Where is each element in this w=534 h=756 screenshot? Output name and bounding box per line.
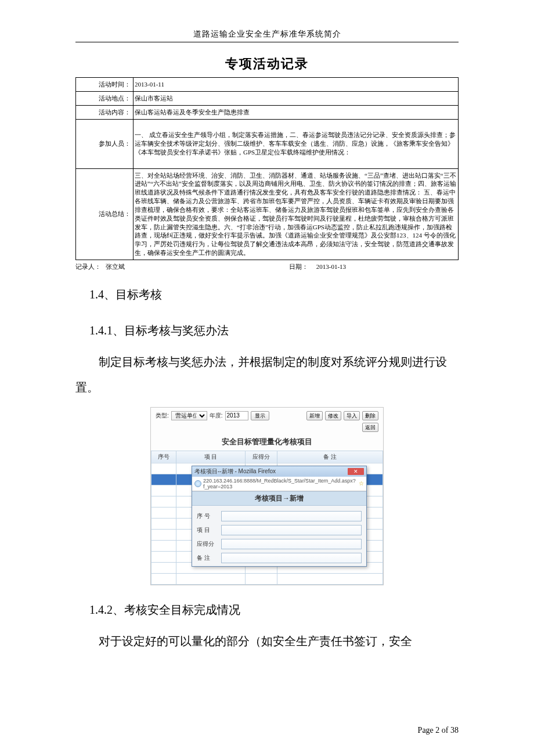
heading-1-4-2: 1.4.2、考核安全目标完成情况 <box>89 597 459 622</box>
dialog-form: 序 号 项 目 应得分 备 注 <box>192 506 366 566</box>
table-row[interactable] <box>151 573 383 584</box>
delete-button[interactable]: 删除 <box>362 411 378 420</box>
row-content-value: 保山客运站春运及冬季安全生产隐患排查 <box>134 105 459 119</box>
recorder-label: 记录人： <box>75 263 101 270</box>
row-summary-value: 三、对全站站场经营环境、治安、消防、卫生、消防器材、通道、站场服务设施、“三品”… <box>134 168 459 260</box>
assessment-ui-screenshot: 类型: 营运单位 年度: 显示 新增 修改 导入 删除 返回 安全目标管理量化考… <box>150 407 384 585</box>
heading-1-4: 1.4、目标考核 <box>89 282 459 307</box>
globe-icon <box>194 480 201 487</box>
heading-1-4-1: 1.4.1、目标考核与奖惩办法 <box>89 318 459 343</box>
field-no-label: 序 号 <box>197 512 221 520</box>
field-item-input[interactable] <box>221 525 362 535</box>
type-select[interactable]: 营运单位 <box>171 411 207 420</box>
col-score: 应得分 <box>246 451 277 463</box>
edit-button[interactable]: 修改 <box>325 411 341 420</box>
year-input[interactable] <box>225 411 248 420</box>
field-no-input[interactable] <box>221 511 362 521</box>
show-button[interactable]: 显示 <box>251 411 269 420</box>
row-people-value: 一、 成立春运安全生产领导小组，制定落实春运措施，二、春运参运驾驶员违法记分记录… <box>134 119 459 168</box>
col-remark: 备 注 <box>277 451 383 463</box>
ui-toolbar: 类型: 营运单位 年度: 显示 新增 修改 导入 删除 <box>151 408 383 423</box>
dialog-url: 220.163.246.166:8888/M_RedBlack/S_Star/S… <box>203 478 357 489</box>
row-summary-label: 活动总结： <box>76 168 134 260</box>
record-date-label: 日期： <box>289 263 308 270</box>
para-1-4-2: 对于设定好的可以量化的部分（如安全生产责任书签订，安全 <box>75 628 459 654</box>
row-place-value: 保山市客运站 <box>134 91 459 105</box>
field-item-label: 项 目 <box>197 526 221 534</box>
recorder-value: 张立斌 <box>106 263 125 270</box>
close-icon[interactable]: ✕ <box>348 468 364 475</box>
record-footer: 记录人： 张立斌 日期： 2013-01-13 <box>75 262 459 271</box>
row-people-label: 参加人员： <box>76 119 134 168</box>
row-place-label: 活动地点： <box>76 91 134 105</box>
row-content-label: 活动内容： <box>76 105 134 119</box>
para-1-4-1: 制定目标考核与奖惩办法，并根据制定的制度对系统评分规则进行设置。 <box>75 349 459 400</box>
dialog-body-title: 考核项目→新增 <box>192 491 366 506</box>
field-remark-input[interactable] <box>221 553 362 563</box>
head-rule <box>75 42 459 42</box>
field-score-input[interactable] <box>221 539 362 549</box>
assessment-panel-title: 安全目标管理量化考核项目 <box>151 434 383 451</box>
row-time-value: 2013-01-11 <box>134 78 459 92</box>
add-item-dialog: 考核项目--新增 - Mozilla Firefox ✕ 220.163.246… <box>192 466 367 567</box>
import-button[interactable]: 导入 <box>344 411 360 420</box>
record-date-value: 2013-01-13 <box>316 263 346 270</box>
dialog-window-title: 考核项目--新增 - Mozilla Firefox <box>194 467 276 476</box>
col-no: 序号 <box>151 451 176 463</box>
field-remark-label: 备 注 <box>197 554 221 562</box>
field-score-label: 应得分 <box>197 540 221 548</box>
record-title: 专项活动记录 <box>75 55 459 73</box>
record-table: 活动时间： 2013-01-11 活动地点： 保山市客运站 活动内容： 保山客运… <box>75 77 459 260</box>
running-head: 道路运输企业安全生产标准华系统简介 <box>75 29 459 39</box>
col-item: 项 目 <box>176 451 246 463</box>
page-number: Page 2 of 38 <box>418 726 459 735</box>
row-time-label: 活动时间： <box>76 78 134 92</box>
new-button[interactable]: 新增 <box>306 411 323 420</box>
bookmark-star-icon[interactable]: ☆ <box>359 480 364 487</box>
type-label: 类型: <box>156 412 169 420</box>
year-label: 年度: <box>210 412 223 420</box>
back-button[interactable]: 返回 <box>362 423 378 432</box>
